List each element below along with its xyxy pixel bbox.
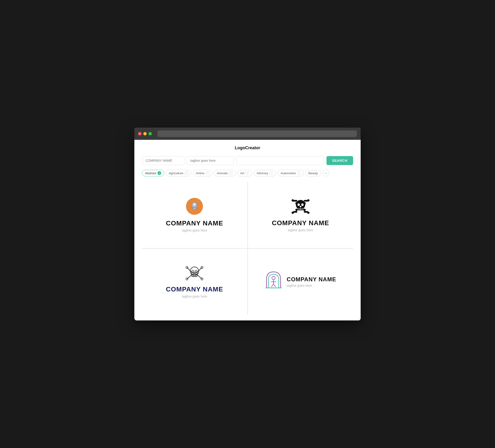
- tagline-input[interactable]: [187, 156, 234, 165]
- filter-chip-automotive[interactable]: Automotive ✓: [277, 170, 304, 176]
- filter-label-abstract: Abstract: [145, 171, 156, 175]
- svg-line-47: [274, 284, 276, 287]
- svg-point-9: [301, 203, 303, 206]
- tagline-1: tagline goes here: [182, 228, 207, 232]
- logo-card-4[interactable]: COMPANY NAME tagline goes here: [248, 249, 353, 315]
- svg-point-21: [295, 209, 298, 211]
- tagline-3: tagline goes here: [182, 294, 207, 298]
- filter-next-button[interactable]: →: [322, 170, 329, 176]
- svg-rect-16: [293, 200, 297, 202]
- skull-solid-icon: [290, 198, 311, 215]
- svg-point-10: [300, 206, 301, 208]
- company-name-2: COMPANY NAME: [272, 219, 329, 227]
- check-icon-art: ✓: [245, 171, 249, 175]
- search-bar: SEARCH: [142, 156, 353, 165]
- browser-titlebar: [134, 127, 361, 140]
- logo-card-3[interactable]: COMPANY NAME tagline goes here: [142, 249, 247, 315]
- filter-chip-abstract[interactable]: Abstract ✓: [142, 170, 164, 176]
- app-title: LogoCreator: [142, 145, 353, 150]
- svg-rect-25: [304, 211, 308, 213]
- company-name-1: COMPANY NAME: [166, 220, 223, 227]
- filter-label-airline: Airline: [196, 171, 204, 175]
- tagline-4: tagline goes here: [287, 284, 336, 287]
- svg-line-46: [271, 284, 274, 287]
- svg-rect-4: [193, 204, 196, 205]
- filter-chip-animals[interactable]: Animals ✓: [214, 170, 236, 176]
- filter-label-art: Art: [240, 171, 244, 175]
- svg-point-18: [303, 202, 306, 204]
- check-icon-animals: ✓: [229, 171, 233, 175]
- svg-point-40: [186, 278, 188, 280]
- check-icon-abstract: ✓: [157, 171, 161, 175]
- svg-point-15: [295, 202, 298, 204]
- svg-rect-13: [302, 208, 302, 210]
- logo-card-1[interactable]: RIP COMPANY NAME tagline goes here: [142, 182, 247, 248]
- company-name-input[interactable]: [142, 156, 184, 165]
- filter-chip-agriculture[interactable]: Agriculture ✓: [166, 170, 192, 176]
- filter-chip-art[interactable]: Art ✓: [237, 170, 252, 176]
- filter-label-animals: Animals: [217, 171, 228, 175]
- address-bar: [157, 130, 357, 137]
- filter-label-beauty: Beauty: [308, 171, 318, 175]
- traffic-light-red[interactable]: [138, 132, 141, 135]
- company-name-3: COMPANY NAME: [166, 286, 223, 293]
- svg-rect-12: [300, 208, 301, 210]
- filter-chip-beauty[interactable]: Beauty: [305, 170, 321, 176]
- keyword-input[interactable]: [236, 156, 324, 165]
- svg-rect-19: [304, 200, 308, 202]
- svg-point-8: [298, 203, 300, 206]
- logo-grid: RIP COMPANY NAME tagline goes here: [142, 182, 353, 315]
- svg-point-43: [272, 276, 275, 280]
- svg-point-24: [303, 209, 306, 211]
- search-button[interactable]: SEARCH: [327, 156, 353, 165]
- filter-label-automotive: Automotive: [280, 171, 296, 175]
- app-content: LogoCreator SEARCH Abstract ✓ Agricultur…: [134, 140, 361, 321]
- svg-rect-11: [299, 208, 299, 210]
- check-icon-airline: ✓: [206, 171, 209, 175]
- rip-tombstone-icon: RIP: [186, 198, 203, 216]
- check-icon-attorney: ✓: [269, 171, 273, 175]
- filter-bar: Abstract ✓ Agriculture ✓ Airline ✓ Anima…: [142, 170, 353, 177]
- traffic-light-green[interactable]: [149, 132, 152, 135]
- svg-point-30: [194, 272, 195, 274]
- check-icon-agriculture: ✓: [185, 171, 188, 175]
- logo-card-2[interactable]: COMPANY NAME tagline goes here: [248, 182, 353, 248]
- svg-rect-22: [293, 211, 297, 213]
- check-icon-automotive: ✓: [297, 171, 301, 175]
- arch-figure-icon: [265, 270, 282, 290]
- company-name-4: COMPANY NAME: [287, 276, 336, 283]
- traffic-light-yellow[interactable]: [143, 132, 147, 135]
- svg-text:RIP: RIP: [193, 208, 196, 209]
- browser-window: LogoCreator SEARCH Abstract ✓ Agricultur…: [134, 127, 361, 321]
- tagline-2: tagline goes here: [288, 228, 313, 232]
- filter-label-agriculture: Agriculture: [169, 171, 183, 175]
- skull-outline-icon: [185, 266, 204, 282]
- filter-label-attorney: Attorney: [257, 171, 268, 175]
- filter-chip-airline[interactable]: Airline ✓: [193, 170, 212, 176]
- filter-chip-attorney[interactable]: Attorney ✓: [254, 170, 276, 176]
